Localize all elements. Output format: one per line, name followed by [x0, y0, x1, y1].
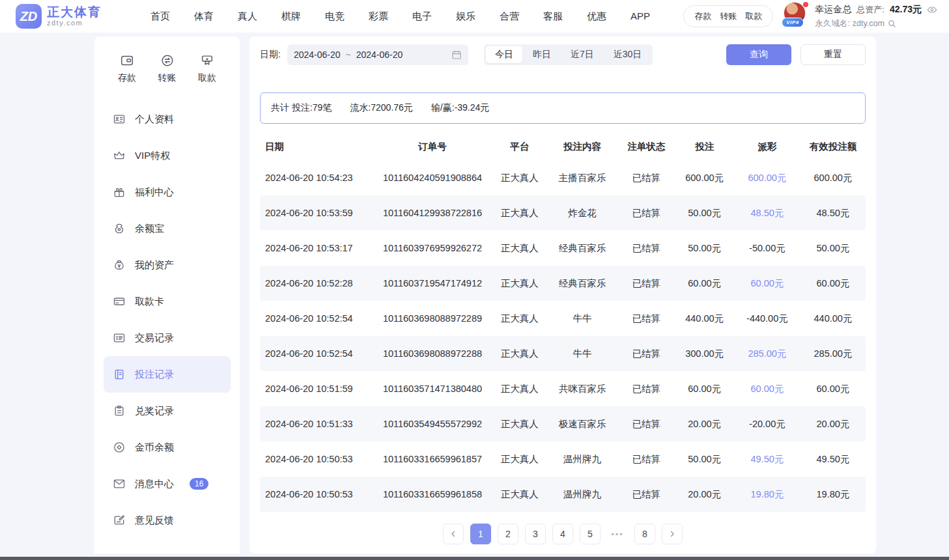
crown-icon [113, 149, 126, 162]
page-button-1[interactable]: 1 [470, 524, 491, 544]
quick-date-ranges: 今日昨日近7日近30日 [484, 44, 653, 65]
horizontal-scrollbar[interactable] [0, 557, 949, 560]
quick-action-转账[interactable]: 转账 [158, 53, 177, 84]
sidebar-menu: 个人资料 VIP特权 福利中心 余额宝 我的资产 取款卡 交易记录 投注记录 兑… [104, 101, 231, 539]
page-button-2[interactable]: 2 [498, 524, 518, 544]
sidebar-item-label: 取款卡 [135, 296, 164, 308]
sidebar-item-label: 福利中心 [135, 186, 174, 199]
date-range-昨日[interactable]: 昨日 [524, 46, 560, 63]
sidebar-item-意见反馈[interactable]: 意见反馈 [104, 502, 231, 539]
table-row: 2024-06-20 10:52:281011603719547174912正大… [260, 266, 866, 301]
nav-item-合营[interactable]: 合营 [500, 10, 519, 23]
nav-item-真人[interactable]: 真人 [238, 10, 257, 23]
cell-bet-amount: 600.00元 [675, 172, 733, 184]
cell-payout: 19.80元 [734, 488, 800, 501]
sidebar-item-余额宝[interactable]: 余额宝 [104, 210, 231, 247]
cell-platform: 正大真人 [492, 383, 547, 395]
sidebar-item-VIP特权[interactable]: VIP特权 [104, 137, 231, 174]
cell-payout: -20.00元 [734, 418, 800, 430]
cell-status: 已结算 [617, 172, 675, 184]
date-range-input[interactable]: 2024-06-20 ~ 2024-06-20 [287, 44, 468, 65]
table-row: 2024-06-20 10:52:541011603698088972288正大… [260, 336, 866, 371]
sidebar-item-兑奖记录[interactable]: 兑奖记录 [104, 393, 231, 429]
column-header-注单状态: 注单状态 [617, 141, 675, 153]
nav-item-首页[interactable]: 首页 [150, 10, 170, 23]
sidebar-item-取款卡[interactable]: 取款卡 [104, 283, 231, 320]
cell-payout: -50.00元 [734, 242, 800, 255]
sidebar-item-label: 交易记录 [135, 332, 174, 344]
eye-icon[interactable] [927, 5, 937, 15]
table-row: 2024-06-20 10:50:531011603316659961858正大… [260, 477, 866, 512]
cell-date: 2024-06-20 10:51:33 [260, 419, 373, 429]
nav-item-APP[interactable]: APP [630, 10, 650, 23]
nav-item-娱乐[interactable]: 娱乐 [456, 10, 475, 23]
cell-payout: 49.50元 [734, 453, 800, 466]
sidebar-item-投注记录[interactable]: 投注记录 [104, 356, 231, 393]
cell-valid-bet: 60.00元 [800, 383, 866, 395]
nav-item-电子[interactable]: 电子 [412, 10, 432, 23]
wallet-action-转账[interactable]: 转账 [720, 10, 737, 22]
search-icon[interactable] [887, 19, 897, 29]
page-button-5[interactable]: 5 [580, 524, 601, 544]
coin-icon [113, 441, 126, 454]
page-button-8[interactable]: 8 [634, 524, 655, 544]
nav-item-电竞[interactable]: 电竞 [325, 10, 345, 23]
sidebar-item-交易记录[interactable]: 交易记录 [104, 320, 231, 356]
nav-item-彩票[interactable]: 彩票 [369, 10, 388, 23]
cell-bet-content: 温州牌九 [547, 488, 617, 501]
sidebar-item-福利中心[interactable]: 福利中心 [104, 174, 231, 210]
page-button-3[interactable]: 3 [525, 524, 546, 544]
cell-order-no: 1011603698088972289 [373, 313, 492, 324]
date-range-近7日[interactable]: 近7日 [561, 46, 603, 63]
table-row: 2024-06-20 10:53:171011603976959926272正大… [260, 231, 866, 266]
column-header-投注内容: 投注内容 [547, 141, 617, 153]
domain-label: 永久域名: [815, 18, 849, 30]
prev-page-button[interactable] [443, 524, 464, 544]
nav-item-客服[interactable]: 客服 [543, 10, 563, 23]
cell-status: 已结算 [617, 348, 675, 360]
sidebar-item-label: 投注记录 [135, 369, 174, 381]
wallet-action-取款[interactable]: 取款 [745, 10, 762, 22]
cell-order-no: 1011604129938722816 [373, 208, 492, 218]
calendar-icon[interactable] [451, 49, 462, 60]
table-header-row: 日期订单号平台投注内容注单状态投注派彩有效投注额 [260, 133, 866, 160]
cell-payout: 48.50元 [734, 207, 800, 219]
quick-action-存款[interactable]: 存款 [118, 53, 136, 84]
brand-logo[interactable]: ZD 正大体育 zdty.com [16, 4, 123, 29]
nav-item-棋牌[interactable]: 棋牌 [281, 10, 301, 23]
page-button-4[interactable]: 4 [552, 524, 573, 544]
sidebar-item-我的资产[interactable]: 我的资产 [104, 247, 231, 283]
cell-bet-amount: 440.00元 [675, 313, 733, 325]
nav-item-优惠[interactable]: 优惠 [587, 10, 606, 23]
reset-button[interactable]: 重置 [800, 44, 866, 65]
sidebar-quick-actions: 存款 转账 取款 [104, 53, 231, 84]
nav-item-体育[interactable]: 体育 [194, 10, 214, 23]
quick-action-取款[interactable]: 取款 [198, 53, 216, 84]
cell-order-no: 1011603549455572992 [373, 419, 492, 429]
cell-bet-amount: 20.00元 [675, 488, 733, 501]
deposit-icon [120, 53, 134, 68]
cell-bet-content: 温州牌九 [547, 453, 617, 466]
cell-date: 2024-06-20 10:52:54 [260, 348, 373, 359]
cell-bet-amount: 20.00元 [675, 418, 733, 430]
next-page-button[interactable] [662, 524, 683, 544]
bet-records-table: 日期订单号平台投注内容注单状态投注派彩有效投注额 2024-06-20 10:5… [260, 133, 866, 512]
brand-name: 正大体育 [47, 6, 102, 19]
user-block[interactable]: VIP4 幸运金总 总资产: 42.73元 永久域名: zdty.com [784, 2, 937, 31]
column-header-有效投注额: 有效投注额 [800, 141, 866, 153]
assets-value: 42.73元 [890, 3, 922, 16]
sidebar-item-消息中心[interactable]: 消息中心16 [104, 466, 231, 502]
date-range-近30日[interactable]: 近30日 [604, 46, 651, 63]
date-from: 2024-06-20 [294, 49, 341, 60]
sidebar-item-个人资料[interactable]: 个人资料 [104, 101, 231, 137]
top-bar: ZD 正大体育 zdty.com 首页体育真人棋牌电竞彩票电子娱乐合营客服优惠A… [0, 0, 949, 33]
cell-payout: 60.00元 [734, 383, 800, 395]
cell-bet-amount: 50.00元 [675, 242, 733, 255]
date-range-今日[interactable]: 今日 [486, 46, 522, 63]
money-bag-icon [113, 259, 126, 272]
sidebar-item-金币余额[interactable]: 金币余额 [104, 429, 231, 466]
wallet-action-存款[interactable]: 存款 [694, 10, 711, 22]
cell-date: 2024-06-20 10:53:17 [260, 243, 373, 253]
brand-logo-icon: ZD [16, 4, 42, 29]
search-button[interactable]: 查询 [726, 44, 791, 65]
